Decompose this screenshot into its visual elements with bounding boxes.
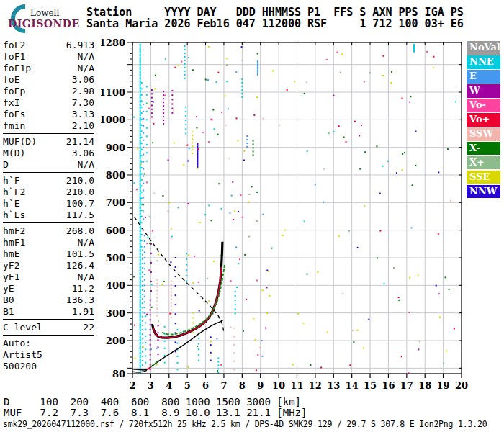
param-value: 3.13 [72,109,94,120]
rfi-dot [233,361,235,362]
noise-dot [272,71,274,72]
noise-dot [398,297,400,298]
noise-dot [163,281,165,282]
param-row-foep: foEp2.98 [3,86,94,97]
rfi-dot [140,96,141,99]
rfi-dot [146,119,148,120]
noise-dot [197,168,198,169]
param-row-hes: h`Es117.5 [3,210,94,221]
noise-dot [151,307,153,308]
noise-dot [202,132,204,133]
rfi-dot [140,233,141,235]
y-axis-label: 800 [106,170,125,181]
param-value: N/A [78,271,94,283]
x-axis-label: 8 [239,380,246,391]
rfi-dot [140,166,141,169]
rfi-dot [141,185,143,186]
noise-dot [187,160,189,161]
rfi-dot [142,263,143,264]
noise-dot [150,348,152,350]
param-row-hme: hmE101.5 [3,248,94,260]
rfi-dot [140,292,141,295]
rfi-dot [140,84,141,86]
rfi-dot [146,127,148,129]
rfi-dot [141,216,143,217]
x-axis-label: 2 [129,380,135,391]
rfi-dot [144,263,145,264]
noise-dot [136,189,138,190]
noise-dot [232,181,233,183]
rfi-dot [184,45,186,47]
rfi-dot [192,153,193,154]
rfi-dot [186,269,187,271]
rfi-dot [185,133,186,135]
noise-dot [343,137,345,138]
x-axis-label: 11 [290,380,303,391]
rfi-dot [151,104,153,106]
rfi-dot [140,90,141,93]
rfi-dot [140,50,141,53]
noise-dot [418,275,419,276]
rfi-dot [184,67,186,68]
rfi-dot [197,151,198,154]
noise-dot [158,254,159,256]
legend-item-vo: Vo+ [467,113,500,127]
rfi-dot [171,292,172,293]
legend-item-w: W [467,84,500,98]
rfi-dot [140,212,141,215]
rfi-dot [235,300,236,301]
noise-dot [269,295,270,297]
param-divider [3,319,94,320]
rfi-dot [253,143,254,145]
param-label: yF1 [3,271,19,283]
rfi-dot [233,336,235,337]
rfi-dot [171,288,172,289]
rfi-dot [140,302,141,305]
noise-dot [243,150,245,152]
rfi-dot [156,305,158,306]
rfi-dot [257,63,258,66]
param-divider [3,133,94,134]
param-row-yf1: yF1N/A [3,271,94,283]
x-axis-label: 6 [202,380,209,391]
rfi-dot [192,142,193,143]
rfi-dot [140,315,141,318]
noise-dot [169,313,171,315]
rfi-dot [150,339,151,341]
noise-dot [149,216,150,217]
param-value: 100.7 [66,198,94,210]
rfi-dot [140,305,141,308]
rfi-dot [158,354,159,355]
rfi-dot [241,78,243,80]
param-value: 117.5 [66,210,94,221]
param-row-he: h`E100.7 [3,198,94,210]
noise-dot [364,205,365,207]
rfi-dot [151,89,153,91]
noise-dot [409,102,410,103]
rfi-dot [141,94,143,96]
rfi-dot [144,301,145,302]
noise-dot [240,194,242,196]
param-row-yf2: yF2126.4 [3,260,94,271]
noise-dot [221,112,222,113]
noise-dot [323,168,325,170]
noise-dot [147,237,148,238]
rfi-dot [144,312,145,314]
rfi-dot [185,120,186,121]
noise-dot [235,71,237,73]
rfi-dot [146,152,148,153]
noise-dot [257,53,258,55]
rfi-dot [233,352,235,354]
noise-dot [165,58,166,60]
rfi-dot [140,80,141,83]
rfi-dot [142,267,143,269]
rfi-dot [176,369,178,370]
rfi-dot [144,246,145,248]
noise-dot [148,108,150,109]
rfi-dot [241,82,243,84]
noise-dot [342,293,343,294]
noise-dot [454,328,455,330]
param-label: fxI [3,97,19,109]
rfi-dot [144,290,145,292]
noise-dot [445,276,446,278]
